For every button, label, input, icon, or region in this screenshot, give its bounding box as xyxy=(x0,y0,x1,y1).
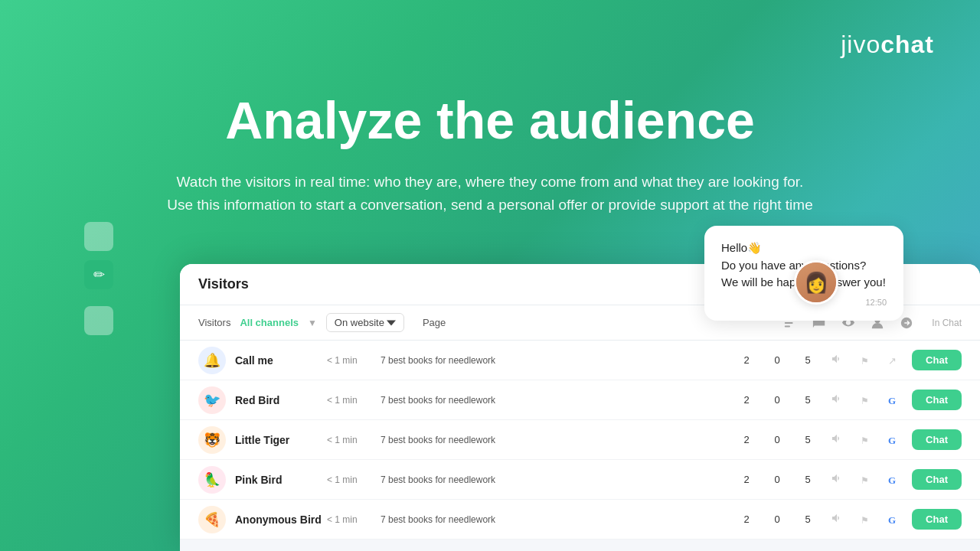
deco-pencil-icon: ✏ xyxy=(84,260,113,289)
page-label: Page xyxy=(423,317,446,328)
visitor-stat-3: 5 xyxy=(792,394,823,406)
visitor-time: < 1 min xyxy=(327,355,381,366)
visitor-stat-3: 5 xyxy=(792,474,823,485)
visitor-stat-1: 2 xyxy=(731,354,762,366)
hero-section: Analyze the audience Watch the visitors … xyxy=(0,92,980,217)
visitor-stat-3: 5 xyxy=(792,354,823,366)
logo-chat: chat xyxy=(880,31,934,58)
all-channels-filter[interactable]: All channels xyxy=(240,317,299,328)
chat-button-0[interactable]: Chat xyxy=(912,350,962,370)
visitor-avatar: 🐦 xyxy=(198,386,226,414)
visitor-time: < 1 min xyxy=(327,514,381,525)
visitor-stat-2: 0 xyxy=(762,394,792,406)
visitor-page: 7 best books for needlework xyxy=(381,395,731,406)
visitor-flag-icon: ⚑ xyxy=(861,435,869,446)
google-icon: G xyxy=(888,435,896,446)
visitor-page: 7 best books for needlework xyxy=(381,474,731,485)
visitor-stat-3: 5 xyxy=(792,434,823,445)
visitor-source: ↗ xyxy=(878,354,906,367)
visitor-name: Anonymous Bird xyxy=(235,514,327,526)
megaphone-icon xyxy=(831,472,843,484)
window-title: Visitors xyxy=(198,276,249,292)
visitor-avatar: 🦜 xyxy=(198,466,226,494)
megaphone-cell xyxy=(823,512,851,527)
deco-chat-icon xyxy=(84,306,113,335)
visitor-avatar: 🔔 xyxy=(198,347,226,374)
visitor-stat-1: 2 xyxy=(731,394,762,406)
visitor-page: 7 best books for needlework xyxy=(381,435,731,445)
megaphone-cell xyxy=(823,472,851,487)
table-row: 🍕 Anonymous Bird < 1 min 7 best books fo… xyxy=(180,500,980,540)
visitor-page: 7 best books for needlework xyxy=(381,514,731,525)
on-website-dropdown[interactable]: On website xyxy=(326,313,404,332)
visitor-time: < 1 min xyxy=(327,474,381,485)
visitors-table: 🔔 Call me < 1 min 7 best books for needl… xyxy=(180,341,980,540)
hero-subtitle-line2: Use this information to start a conversa… xyxy=(167,197,812,213)
google-icon: G xyxy=(888,395,896,406)
hero-subtitle-line1: Watch the visitors in real time: who the… xyxy=(177,174,804,190)
table-row: 🔔 Call me < 1 min 7 best books for needl… xyxy=(180,341,980,380)
visitor-time: < 1 min xyxy=(327,435,381,445)
svg-rect-1 xyxy=(785,322,793,324)
hero-title: Analyze the audience xyxy=(0,92,980,149)
megaphone-cell xyxy=(823,353,851,368)
megaphone-cell xyxy=(823,393,851,408)
logo-jivo: jivo xyxy=(841,31,880,58)
visitors-label: Visitors xyxy=(198,317,230,328)
visitor-page: 7 best books for needlework xyxy=(381,355,731,366)
flag-cell: ⚑ xyxy=(851,473,878,487)
avatar-bubble: 👩 xyxy=(794,260,838,305)
visitor-stat-2: 0 xyxy=(762,354,792,366)
logo: jivochat xyxy=(841,31,934,59)
visitor-source: G xyxy=(878,473,906,487)
visitor-stat-1: 2 xyxy=(731,474,762,485)
megaphone-icon xyxy=(831,512,843,524)
visitor-stat-2: 0 xyxy=(762,474,792,485)
visitor-time: < 1 min xyxy=(327,395,381,406)
decorative-icons: ✏ xyxy=(84,222,113,335)
visitor-stat-1: 2 xyxy=(731,514,762,525)
visitor-flag-icon: ⚑ xyxy=(861,396,869,406)
flag-cell: ⚑ xyxy=(851,393,878,407)
chat-greeting: Hello👋 xyxy=(721,241,762,254)
table-row: 🐦 Red Bird < 1 min 7 best books for need… xyxy=(180,380,980,420)
visitor-flag-icon: ⚑ xyxy=(861,356,869,367)
table-row: 🐯 Little Tiger < 1 min 7 best books for … xyxy=(180,420,980,460)
visitor-name: Pink Bird xyxy=(235,474,327,486)
chat-button-4[interactable]: Chat xyxy=(912,509,962,530)
visitor-stat-2: 0 xyxy=(762,514,792,525)
visitor-stat-2: 0 xyxy=(762,434,792,445)
visitor-stat-3: 5 xyxy=(792,514,823,525)
table-row: 🦜 Pink Bird < 1 min 7 best books for nee… xyxy=(180,460,980,500)
chat-button-1[interactable]: Chat xyxy=(912,390,962,410)
flag-cell: ⚑ xyxy=(851,513,878,527)
chat-button-3[interactable]: Chat xyxy=(912,469,962,490)
visitor-name: Call me xyxy=(235,354,327,367)
agent-avatar: 👩 xyxy=(794,260,838,305)
hero-subtitle: Watch the visitors in real time: who the… xyxy=(0,171,980,217)
megaphone-cell xyxy=(823,432,851,448)
visitor-name: Little Tiger xyxy=(235,434,327,446)
chat-button-2[interactable]: Chat xyxy=(912,429,962,450)
visitor-name: Red Bird xyxy=(235,394,327,406)
svg-rect-2 xyxy=(785,325,790,327)
in-chat-label: In Chat xyxy=(932,318,962,328)
visitor-source: G xyxy=(878,433,906,447)
megaphone-icon xyxy=(831,353,843,365)
visitor-flag-icon: ⚑ xyxy=(861,475,869,486)
megaphone-icon xyxy=(831,432,843,445)
deco-square-icon xyxy=(84,222,113,251)
flag-cell: ⚑ xyxy=(851,433,878,447)
google-icon: G xyxy=(888,514,896,526)
megaphone-icon xyxy=(831,393,843,405)
visitor-source: G xyxy=(878,393,906,407)
visitor-stat-1: 2 xyxy=(731,434,762,445)
flag-cell: ⚑ xyxy=(851,354,878,367)
forward-icon xyxy=(900,316,913,330)
visitor-avatar: 🐯 xyxy=(198,426,226,454)
visitor-source: G xyxy=(878,513,906,527)
visitor-avatar: 🍕 xyxy=(198,506,226,533)
visitor-flag-icon: ⚑ xyxy=(861,515,869,526)
google-icon: G xyxy=(888,474,896,486)
direct-icon: ↗ xyxy=(888,355,897,367)
